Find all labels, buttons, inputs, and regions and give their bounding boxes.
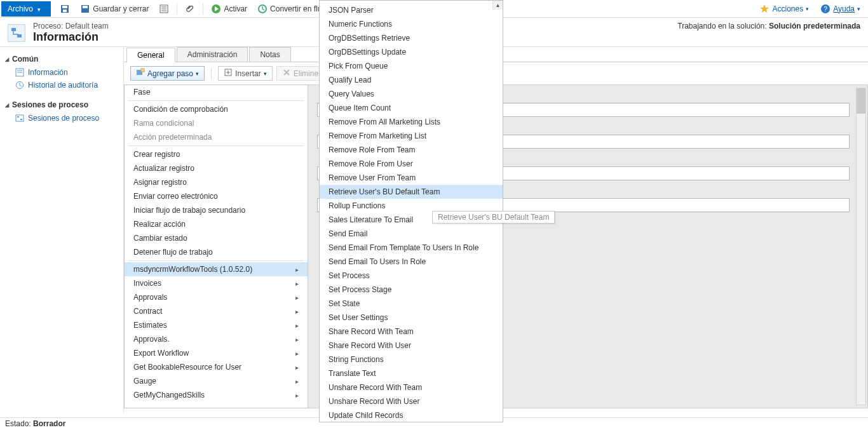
chevron-down-icon: ▾ bbox=[37, 6, 41, 13]
attach-icon-button[interactable] bbox=[180, 2, 200, 16]
nav-item-historial[interactable]: Historial de auditoría bbox=[4, 79, 119, 91]
nav-item-label: Información bbox=[28, 68, 68, 77]
add-step-item[interactable]: Realizar acción bbox=[125, 217, 308, 231]
save-icon-button[interactable] bbox=[55, 2, 75, 16]
submenu-item[interactable]: OrgDBSettings Update bbox=[320, 45, 503, 59]
submenu-tooltip: Retrieve User's BU Default Team bbox=[432, 211, 555, 224]
add-step-item[interactable]: Actualizar registro bbox=[125, 161, 308, 175]
submenu-item[interactable]: Set Process bbox=[320, 269, 503, 283]
submenu-item[interactable]: Pick From Queue bbox=[320, 59, 503, 73]
svg-marker-12 bbox=[760, 4, 769, 13]
insert-button[interactable]: Insertar ▾ bbox=[218, 66, 273, 81]
submenu-item[interactable]: Translate Text bbox=[320, 366, 503, 380]
chevron-down-icon: ▾ bbox=[806, 6, 809, 12]
status-label: Estado: bbox=[5, 419, 31, 428]
submenu-item[interactable]: JSON Parser bbox=[320, 3, 503, 17]
nav-group-sesiones[interactable]: Sesiones de proceso bbox=[4, 98, 119, 112]
save-and-close-button[interactable]: Guardar y cerrar bbox=[75, 2, 154, 16]
svg-rect-22 bbox=[17, 116, 19, 118]
star-icon bbox=[759, 4, 770, 14]
process-name: Proceso: Default team bbox=[33, 22, 109, 30]
tab-general[interactable]: General bbox=[126, 48, 175, 62]
add-step-button[interactable]: Agregar paso ▾ bbox=[130, 66, 205, 81]
add-step-item[interactable]: Crear registro bbox=[125, 147, 308, 161]
page-title: Información bbox=[33, 30, 109, 44]
submenu-item[interactable]: Send Email bbox=[320, 227, 503, 241]
submenu-item[interactable]: Queue Item Count bbox=[320, 101, 503, 115]
archivo-label: Archivo bbox=[8, 4, 33, 13]
submenu-item[interactable]: Numeric Functions bbox=[320, 17, 503, 31]
submenu-item[interactable]: Query Values bbox=[320, 87, 503, 101]
submenu-item[interactable]: OrgDBSettings Retrieve bbox=[320, 31, 503, 45]
submenu-item[interactable]: Remove User From Team bbox=[320, 171, 503, 185]
solution-name: Solución predeterminada bbox=[769, 22, 860, 30]
add-step-item[interactable]: Detener flujo de trabajo bbox=[125, 245, 308, 259]
submenu-item[interactable]: Set State bbox=[320, 297, 503, 311]
submenu-item[interactable]: Send Email From Template To Users In Rol… bbox=[320, 241, 503, 255]
help-link[interactable]: ? Ayuda ▾ bbox=[814, 2, 867, 16]
add-step-item[interactable]: Condición de comprobación bbox=[125, 102, 308, 116]
add-step-item[interactable]: Approvals. bbox=[125, 332, 308, 346]
activate-button[interactable]: Activar bbox=[206, 2, 252, 16]
add-step-item[interactable]: Rama condicional bbox=[125, 116, 308, 130]
submenu-item[interactable]: Remove Role From Team bbox=[320, 143, 503, 157]
solution-indicator: Trabajando en la solución: Solución pred… bbox=[677, 22, 860, 30]
nav-group-comun[interactable]: Común bbox=[4, 52, 119, 66]
help-icon: ? bbox=[820, 4, 831, 14]
help-label: Ayuda bbox=[833, 4, 855, 13]
submenu-item[interactable]: Qualify Lead bbox=[320, 73, 503, 87]
add-step-item[interactable]: Fase bbox=[125, 85, 308, 99]
solution-prefix: Trabajando en la solución: bbox=[677, 22, 766, 30]
nav-item-informacion[interactable]: Información bbox=[4, 66, 119, 79]
submenu-item[interactable]: Share Record With User bbox=[320, 339, 503, 353]
add-step-item[interactable]: Asignar registro bbox=[125, 175, 308, 189]
submenu-item[interactable]: Retrieve User's BU Default Team bbox=[320, 185, 503, 199]
form-icon bbox=[15, 68, 24, 77]
add-step-item[interactable]: Cambiar estado bbox=[125, 231, 308, 245]
submenu-item[interactable]: Remove From Marketing List bbox=[320, 129, 503, 143]
submenu-item[interactable]: String Functions bbox=[320, 353, 503, 366]
nav-group-comun-label: Común bbox=[12, 55, 38, 64]
submenu-item[interactable]: Unshare Record With Team bbox=[320, 380, 503, 394]
scroll-up-arrow[interactable]: ▲ bbox=[492, 1, 503, 10]
nav-item-label: Historial de auditoría bbox=[28, 81, 98, 90]
add-step-item[interactable]: Contract bbox=[125, 304, 308, 318]
chevron-down-icon: ▾ bbox=[857, 6, 860, 12]
add-step-item[interactable]: Estimates bbox=[125, 318, 308, 332]
svg-text:?: ? bbox=[824, 6, 827, 13]
save-and-close-label: Guardar y cerrar bbox=[93, 4, 149, 13]
submenu-item[interactable]: Send Email To Users In Role bbox=[320, 255, 503, 269]
tab-admin[interactable]: Administración bbox=[177, 47, 248, 62]
add-step-item[interactable]: Export Workflow bbox=[125, 346, 308, 360]
add-step-item[interactable]: Gauge bbox=[125, 374, 308, 388]
add-step-menu[interactable]: FaseCondición de comprobaciónRama condic… bbox=[124, 84, 308, 408]
separator bbox=[177, 3, 177, 15]
archivo-tab[interactable]: Archivo ▾ bbox=[1, 1, 51, 17]
submenu-item[interactable]: Set User Settings bbox=[320, 311, 503, 325]
submenu-item[interactable]: Remove From All Marketing Lists bbox=[320, 115, 503, 129]
svg-rect-15 bbox=[11, 28, 16, 31]
process-icon bbox=[8, 24, 25, 42]
scrollbar-thumb[interactable] bbox=[857, 88, 865, 114]
add-step-item[interactable]: Get BookableResource for User bbox=[125, 360, 308, 374]
add-step-item[interactable]: Approvals bbox=[125, 290, 308, 304]
submenu-item[interactable]: Share Record With Team bbox=[320, 325, 503, 339]
submenu-item[interactable]: Set Process Stage bbox=[320, 283, 503, 297]
submenu-item[interactable]: Update Child Records bbox=[320, 408, 503, 422]
add-step-item[interactable]: Enviar correo electrónico bbox=[125, 189, 308, 203]
nav-item-sesiones[interactable]: Sesiones de proceso bbox=[4, 112, 119, 124]
add-step-item[interactable]: Invoices bbox=[125, 276, 308, 290]
designer-scrollbar[interactable] bbox=[856, 88, 866, 405]
add-step-item[interactable]: Iniciar flujo de trabajo secundario bbox=[125, 203, 308, 217]
insert-label: Insertar bbox=[235, 69, 261, 78]
acciones-menu[interactable]: Acciones ▾ bbox=[754, 2, 814, 16]
properties-icon-button[interactable] bbox=[154, 2, 174, 16]
tab-notas[interactable]: Notas bbox=[249, 47, 290, 62]
save-icon bbox=[60, 4, 70, 14]
insert-icon bbox=[224, 68, 233, 79]
add-step-item[interactable]: Acción predeterminada bbox=[125, 130, 308, 144]
add-step-item[interactable]: GetMyChangedSkills bbox=[125, 388, 308, 402]
add-step-item[interactable]: msdyncrmWorkflowTools (1.0.52.0) bbox=[125, 262, 308, 276]
submenu-item[interactable]: Unshare Record With User bbox=[320, 394, 503, 408]
submenu-item[interactable]: Remove Role From User bbox=[320, 157, 503, 171]
